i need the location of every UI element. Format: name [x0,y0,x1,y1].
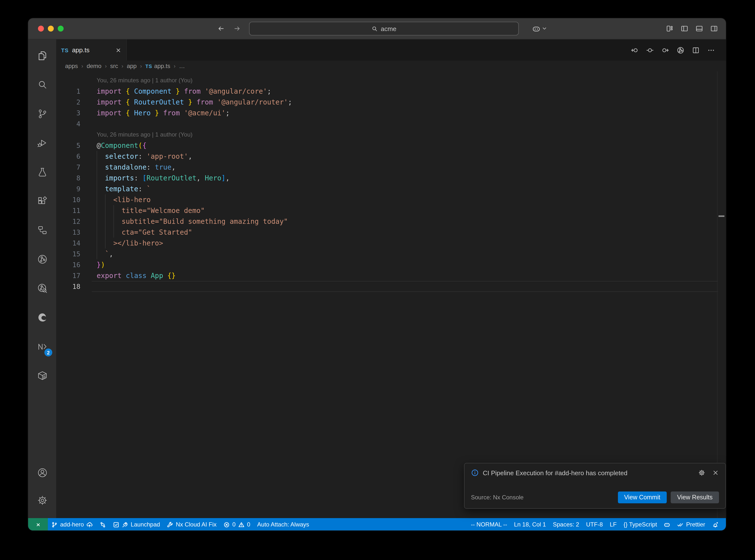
status-label: Spaces: 2 [553,521,579,528]
remote-indicator[interactable] [28,518,48,531]
git-blame-annotation: You, 26 minutes ago | 1 author (You) [56,75,726,86]
code-line-9[interactable]: 9 template: ` [56,183,726,194]
code-line-1[interactable]: 1import { Component } from '@angular/cor… [56,86,726,97]
warning-icon [238,521,244,528]
toast-source: Source: Nx Console [471,494,523,501]
code-line-13[interactable]: 13 cta="Get Started" [56,227,726,238]
status-label: {} TypeScript [623,521,657,528]
activity-settings[interactable] [28,486,56,514]
tab-label: app.ts [72,46,112,54]
view-results-button[interactable]: View Results [671,492,719,503]
view-commit-button[interactable]: View Commit [618,492,667,503]
compare-changes[interactable] [96,518,110,531]
activity-search[interactable] [28,70,56,99]
remote-icon [35,521,41,528]
close-tab-icon[interactable] [115,47,121,53]
copilot-status[interactable] [660,518,674,531]
activity-extensions[interactable] [28,186,56,215]
code-editor[interactable]: You, 26 minutes ago | 1 author (You)1imp… [56,72,726,518]
customize-layout-icon[interactable] [666,25,674,33]
notification-close-icon[interactable] [712,469,719,476]
code-text: @Component({ [97,140,146,151]
command-center-search[interactable]: acme [249,22,519,36]
cursor-position[interactable]: Ln 18, Col 1 [511,518,549,531]
breadcrumb-item[interactable]: TSapp.ts [145,63,171,69]
code-line-17[interactable]: 17export class App {} [56,270,726,281]
line-number: 18 [56,281,80,292]
activity-nx-graph-search[interactable] [28,274,56,303]
auto-attach[interactable]: Auto Attach: Always [254,518,313,531]
activity-accounts[interactable] [28,459,56,486]
forward-icon[interactable] [233,25,241,33]
status-label: Auto Attach: Always [257,521,309,528]
minimize-window-button[interactable] [48,26,54,32]
line-number: 2 [56,97,80,107]
panel-icon[interactable] [695,25,703,33]
line-number: 11 [56,205,80,216]
prettier[interactable]: Prettier [674,518,709,531]
breadcrumb-item[interactable]: src [110,63,118,69]
zoom-window-button[interactable] [58,26,64,32]
launchpad[interactable]: Launchpad [110,518,163,531]
code-line-18[interactable]: 18 [56,281,726,292]
git-branch-status[interactable]: add-hero [48,518,96,531]
activity-nx-console[interactable]: 2 [28,332,56,361]
line-number: 10 [56,194,80,205]
activity-run-debug[interactable] [28,128,56,157]
split-editor-icon[interactable] [692,46,700,54]
code-line-4[interactable]: 4 [56,118,726,129]
copilot-menu[interactable] [532,18,547,39]
tab-app-ts[interactable]: TS app.ts [56,39,127,61]
vscode-window: acme 2 TS app.ts apps›demo›src›a [28,18,726,531]
notification-settings-gear-icon[interactable] [698,469,705,476]
activity-source-control[interactable] [28,99,56,128]
activity-containers[interactable] [28,361,56,390]
activity-project-structure[interactable] [28,215,56,244]
indentation[interactable]: Spaces: 2 [549,518,583,531]
activity-edge-tools[interactable] [28,303,56,332]
line-number: 14 [56,238,80,248]
vim-mode[interactable]: -- NORMAL -- [468,518,511,531]
code-line-14[interactable]: 14 ></lib-hero> [56,238,726,248]
code-line-5[interactable]: 5@Component({ [56,140,726,151]
breadcrumb-label: apps [65,63,78,69]
sidebar-right-icon[interactable] [710,25,718,33]
code-line-2[interactable]: 2import { RouterOutlet } from '@angular/… [56,97,726,107]
nx-graph-icon[interactable] [677,46,684,54]
activity-explorer[interactable] [28,41,56,70]
code-line-11[interactable]: 11 title="Welcmoe demo" [56,205,726,216]
nx-cloud-ai-fix[interactable]: Nx Cloud AI Fix [163,518,220,531]
breadcrumb-item[interactable]: demo [86,63,101,69]
run-debug-icon [37,137,47,148]
code-line-7[interactable]: 7 standalone: true, [56,162,726,173]
next-change-icon[interactable] [661,46,669,54]
diff-icon[interactable] [646,46,654,54]
notifications-bell[interactable] [709,518,722,531]
breadcrumb-item[interactable]: app [127,63,137,69]
activity-testing[interactable] [28,157,56,186]
encoding[interactable]: UTF-8 [583,518,606,531]
eol[interactable]: LF [606,518,620,531]
language-mode[interactable]: {} TypeScript [620,518,660,531]
code-line-6[interactable]: 6 selector: 'app-root', [56,151,726,162]
prev-change-icon[interactable] [631,46,639,54]
code-line-3[interactable]: 3import { Hero } from '@acme/ui'; [56,107,726,118]
sidebar-left-icon[interactable] [680,25,689,33]
problems[interactable]: 00 [220,518,254,531]
code-text: import { Component } from '@angular/core… [97,86,271,97]
activity-nx-graph[interactable] [28,244,56,274]
screen: acme 2 TS app.ts apps›demo›src›a [0,0,755,560]
breadcrumb-item[interactable]: apps [65,63,78,69]
code-line-10[interactable]: 10 <lib-hero [56,194,726,205]
close-window-button[interactable] [38,26,44,32]
info-icon [471,469,479,477]
status-label: add-hero [60,521,84,528]
code-line-15[interactable]: 15 `, [56,248,726,259]
code-line-16[interactable]: 16}) [56,259,726,270]
code-line-12[interactable]: 12 subtitle="Build something amazing tod… [56,216,726,227]
wrench-icon [167,521,173,528]
ellipsis-icon[interactable] [707,46,715,54]
breadcrumb-item[interactable]: … [179,63,185,69]
back-icon[interactable] [217,25,225,33]
code-line-8[interactable]: 8 imports: [RouterOutlet, Hero], [56,173,726,183]
